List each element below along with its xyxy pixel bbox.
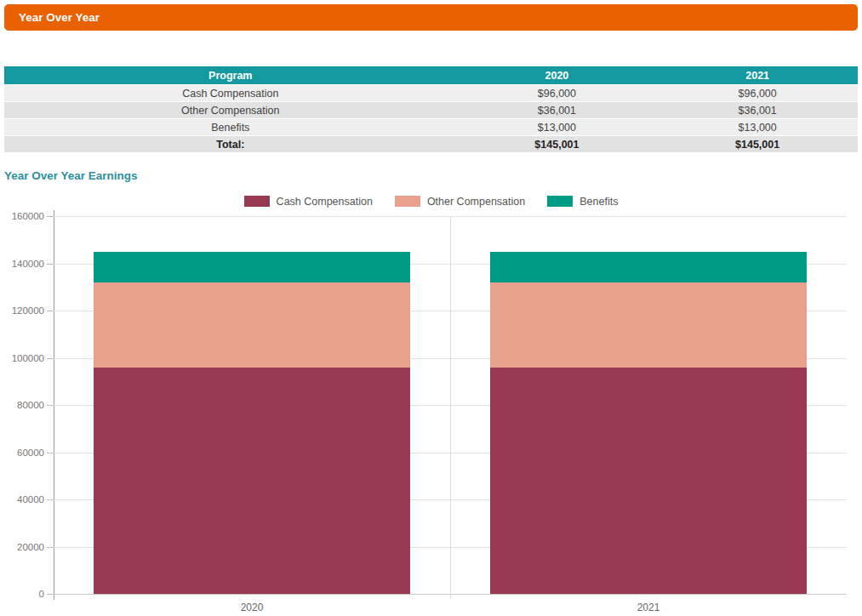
- y-axis-tick: [47, 264, 54, 265]
- y-axis-tick: [47, 405, 54, 406]
- row-label: Benefits: [4, 119, 457, 135]
- legend-label: Cash Compensation: [277, 196, 373, 208]
- bar-segment-other-compensation: [94, 282, 411, 368]
- y-axis-tick: [47, 594, 54, 595]
- bar-segment-cash-compensation: [490, 368, 808, 594]
- column-header-2020: 2020: [457, 66, 658, 84]
- table-row: Cash Compensation$96,000$96,000: [4, 85, 858, 101]
- y-axis-tick: [47, 358, 54, 359]
- category-separator: [450, 216, 451, 599]
- table-row: Benefits$13,000$13,000: [4, 119, 858, 135]
- y-axis-tick-label: 140000: [0, 258, 44, 270]
- y-axis-tick: [47, 547, 54, 548]
- y-axis-tick: [47, 216, 54, 217]
- y-axis-tick-label: 40000: [0, 493, 44, 505]
- row-value: $36,001: [457, 102, 658, 118]
- table-row: Other Compensation$36,001$36,001: [4, 102, 858, 118]
- y-axis-tick: [47, 311, 54, 311]
- y-axis-tick-label: 20000: [0, 541, 44, 553]
- stacked-bar-chart: 20202021 0200004000060000800001000001200…: [0, 210, 862, 616]
- legend-swatch: [244, 196, 270, 207]
- bar-segment-benefits: [490, 252, 808, 282]
- chart-title: Year Over Year Earnings: [4, 169, 858, 182]
- compensation-table: Program20202021 Cash Compensation$96,000…: [4, 66, 858, 153]
- y-axis-tick-label: 160000: [0, 210, 44, 222]
- x-axis-category-label: 2020: [241, 602, 264, 613]
- y-axis-tick: [47, 499, 54, 500]
- row-value: $145,001: [457, 136, 658, 152]
- y-axis-tick-label: 0: [0, 588, 44, 600]
- y-axis-tick-label: 100000: [0, 352, 44, 364]
- legend-swatch: [547, 196, 573, 207]
- row-value: $36,001: [657, 102, 858, 118]
- report-page: Year Over Year Program20202021 Cash Comp…: [0, 4, 862, 616]
- y-axis-tick-label: 60000: [0, 447, 44, 459]
- row-value: $13,000: [657, 119, 858, 135]
- bar-segment-other-compensation: [490, 282, 808, 368]
- row-value: $96,000: [457, 85, 658, 101]
- y-axis-tick-label: 80000: [0, 399, 44, 411]
- plot-area: 20202021: [54, 216, 847, 594]
- row-label: Total:: [4, 136, 457, 152]
- y-axis-tick: [47, 453, 54, 453]
- y-axis-tick-label: 120000: [0, 305, 44, 317]
- section-header-title: Year Over Year: [19, 11, 100, 24]
- legend-item: Benefits: [547, 196, 618, 208]
- table-header-row: Program20202021: [4, 66, 858, 84]
- row-label: Cash Compensation: [4, 85, 457, 101]
- legend-item: Cash Compensation: [244, 196, 373, 208]
- legend-swatch: [395, 196, 420, 207]
- table-total-row: Total:$145,001$145,001: [4, 136, 858, 152]
- legend-label: Benefits: [579, 196, 618, 208]
- row-value: $96,000: [657, 85, 858, 101]
- bar-segment-benefits: [94, 252, 411, 282]
- stacked-bar: [94, 252, 411, 594]
- column-header-program: Program: [4, 66, 457, 84]
- section-header-bar: Year Over Year: [4, 4, 858, 31]
- table-body: Cash Compensation$96,000$96,000Other Com…: [4, 85, 858, 152]
- row-value: $13,000: [457, 119, 658, 135]
- column-header-2021: 2021: [657, 66, 858, 84]
- stacked-bar: [490, 252, 808, 594]
- x-axis-category-label: 2021: [637, 602, 660, 613]
- legend-item: Other Compensation: [395, 196, 525, 208]
- bar-segment-cash-compensation: [94, 368, 411, 594]
- row-value: $145,001: [657, 136, 858, 152]
- chart-legend: Cash CompensationOther CompensationBenef…: [0, 195, 862, 208]
- row-label: Other Compensation: [4, 102, 457, 118]
- legend-label: Other Compensation: [427, 196, 525, 208]
